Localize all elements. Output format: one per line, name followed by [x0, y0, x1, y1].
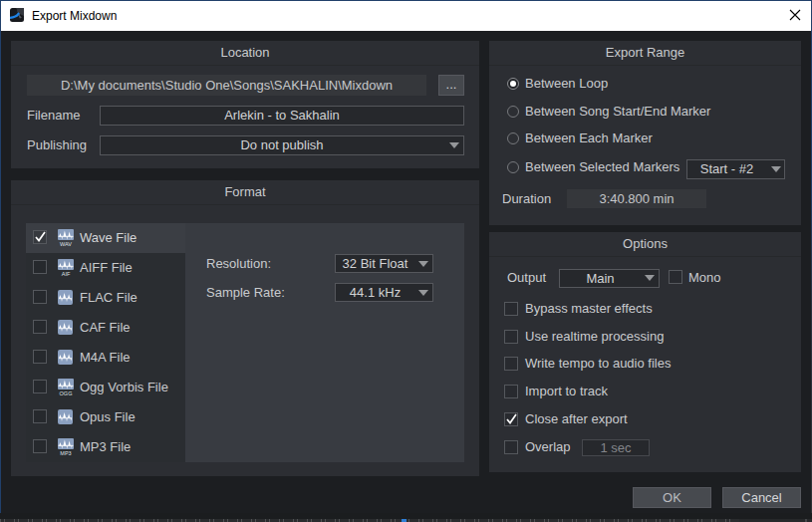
svg-text:MP3: MP3 [60, 450, 71, 456]
svg-text:OGG: OGG [60, 391, 73, 396]
svg-text:AIF: AIF [62, 271, 71, 277]
svg-text:WAV: WAV [60, 241, 72, 247]
